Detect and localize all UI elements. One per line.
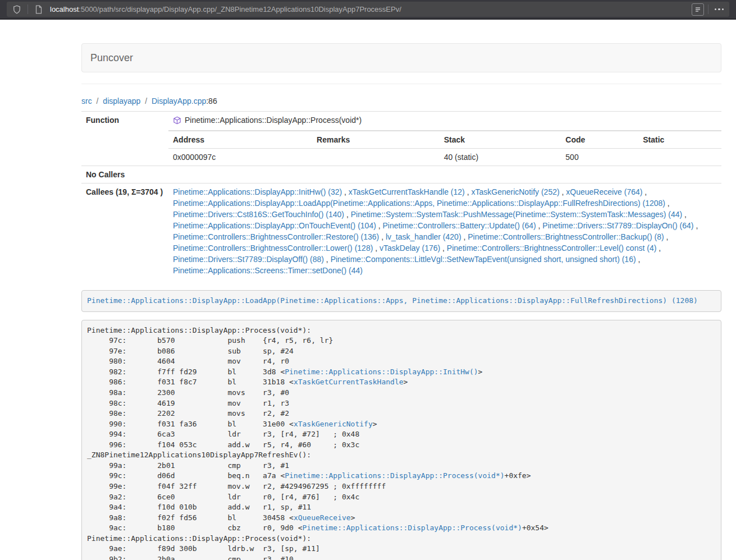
callee-link[interactable]: Pinetime::Components::LittleVgl::SetNewT…	[331, 255, 636, 264]
function-label: Function	[81, 112, 168, 166]
asm-text: 98a: 2300 movs r3, #0	[87, 388, 289, 397]
asm-text: 9b2: 2b0a cmp r3, #10	[87, 555, 294, 560]
asm-text: +0xfe>	[505, 471, 531, 480]
asm-text: _ZN8Pinetime12Applications10DisplayApp7R…	[87, 451, 311, 459]
callee-link[interactable]: Pinetime::Controllers::BrightnessControl…	[468, 232, 664, 241]
url-text[interactable]: localhost:5000/path/src/displayapp/Displ…	[50, 5, 692, 13]
col-header-stack: Stack	[440, 131, 561, 149]
asm-line: 9a4: f10d 010b add.w r1, sp, #11	[87, 502, 716, 513]
asm-line: 996: f104 053c add.w r5, r4, #60 ; 0x3c	[87, 440, 716, 451]
asm-text: 99e: f04f 32ff mov.w r2, #4294967295 ; 0…	[87, 482, 386, 490]
callee-link[interactable]: Pinetime::Applications::DisplayApp::Load…	[173, 199, 665, 208]
asm-symbol-link[interactable]: xTaskGetCurrentTaskHandle	[294, 378, 404, 386]
url-bar[interactable]: localhost:5000/path/src/displayapp/Displ…	[7, 2, 729, 17]
asm-line: 99c: d06d beq.n a7a <Pinetime::Applicati…	[87, 471, 716, 481]
asm-symbol-link[interactable]: xTaskGenericNotify	[294, 420, 373, 428]
asm-symbol-link[interactable]: Pinetime::Applications::DisplayApp::Proc…	[303, 524, 522, 532]
asm-line: 980: 4604 mov r4, r0	[87, 356, 716, 367]
callee-link[interactable]: Pinetime::Controllers::BrightnessControl…	[173, 232, 379, 241]
breadcrumb-link[interactable]: DisplayApp.cpp	[152, 97, 206, 105]
callee-link[interactable]: Pinetime::Applications::Screens::Timer::…	[173, 266, 363, 275]
function-name: Pinetime::Applications::DisplayApp::Proc…	[185, 116, 362, 125]
callee-link[interactable]: Pinetime::Applications::DisplayApp::OnTo…	[173, 221, 376, 230]
package-cube-icon	[173, 116, 181, 127]
reader-mode-icon[interactable]	[692, 3, 704, 16]
asm-symbol-link[interactable]: xQueueReceive	[294, 513, 351, 522]
stack-value: 40 (static)	[440, 149, 561, 166]
asm-line: 97e: b086 sub sp, #24	[87, 346, 716, 357]
col-header-code: Code	[561, 131, 638, 149]
callee-link[interactable]: vTaskDelay (176)	[380, 244, 440, 253]
col-header-static: Static	[638, 131, 721, 149]
asm-text: >	[373, 420, 377, 428]
stats-row: Address Remarks Stack Code Static 0x0000…	[81, 131, 721, 166]
no-callers-row: No Callers	[81, 166, 721, 183]
callees-row: Callees (19, Σ=3704 ) Pinetime::Applicat…	[81, 183, 721, 279]
breadcrumb-line-number: :86	[206, 97, 217, 105]
stats-values-row: 0x0000097c 40 (static) 500	[168, 149, 721, 166]
callee-link[interactable]: xQueueReceive (764)	[566, 187, 642, 196]
callee-separator: ,	[665, 199, 670, 208]
asm-line: 9b2: 2b0a cmp r3, #10	[87, 554, 716, 560]
brand-link[interactable]: Puncover	[90, 44, 133, 72]
callees-list: Pinetime::Applications::DisplayApp::Init…	[168, 183, 721, 279]
asm-line: 986: f031 f8c7 bl 31b18 <xTaskGetCurrent…	[87, 377, 716, 388]
urlbar-divider	[28, 4, 28, 14]
callee-separator: ,	[461, 232, 468, 241]
page-icon[interactable]	[32, 3, 45, 16]
asm-text: Pinetime::Applications::DisplayApp::Proc…	[87, 326, 311, 334]
asm-line: 99e: f04f 32ff mov.w r2, #4294967295 ; 0…	[87, 481, 716, 492]
asm-line: _ZN8Pinetime12Applications10DisplayApp7R…	[87, 450, 716, 461]
callee-separator: ,	[642, 187, 647, 196]
assembly-listing: Pinetime::Applications::DisplayApp::Proc…	[81, 320, 721, 560]
function-table: Function Pinetime::Applications::Display…	[81, 111, 721, 279]
callee-link[interactable]: xTaskGetCurrentTaskHandle (12)	[349, 187, 465, 196]
callee-separator: ,	[560, 187, 566, 196]
callee-link[interactable]: xTaskGenericNotify (252)	[471, 187, 559, 196]
overflow-menu-icon[interactable]	[712, 3, 726, 16]
asm-line: 9ae: f89d 300b ldrb.w r3, [sp, #11]	[87, 544, 716, 554]
tracking-protection-shield-icon[interactable]	[10, 3, 24, 16]
callee-link[interactable]: Pinetime::Drivers::St7789::DisplayOn() (…	[542, 221, 693, 230]
callee-link[interactable]: Pinetime::Drivers::St7789::DisplayOff() …	[173, 255, 324, 264]
callee-link[interactable]: Pinetime::System::SystemTask::PushMessag…	[351, 210, 683, 219]
asm-line: 98c: 4619 mov r1, r3	[87, 398, 716, 409]
breadcrumb: src / displayapp / DisplayApp.cpp:86	[81, 95, 721, 107]
callee-separator: ,	[376, 221, 383, 230]
callee-separator: ,	[324, 255, 331, 264]
callee-separator: ,	[373, 244, 380, 253]
stats-table: Address Remarks Stack Code Static 0x0000…	[168, 131, 721, 166]
callee-link[interactable]: Pinetime::Controllers::Battery::Update()…	[383, 221, 536, 230]
asm-symbol-link[interactable]: Pinetime::Applications::DisplayApp::Proc…	[285, 471, 504, 480]
breadcrumb-link[interactable]: src	[81, 97, 92, 105]
asm-text: 99c: d06d beq.n a7a <	[87, 471, 285, 480]
callee-link[interactable]: Pinetime::Controllers::BrightnessControl…	[173, 244, 373, 253]
url-host: localhost	[50, 5, 79, 13]
asm-line: 9ac: b180 cbz r0, 9d0 <Pinetime::Applica…	[87, 523, 716, 534]
function-row: Function Pinetime::Applications::Display…	[81, 112, 721, 131]
asm-text: >	[478, 368, 483, 376]
callee-link[interactable]: Pinetime::Drivers::Cst816S::GetTouchInfo…	[173, 210, 344, 219]
callee-link[interactable]: Pinetime::Controllers::BrightnessControl…	[447, 244, 656, 253]
asm-text: 98c: 4619 mov r1, r3	[87, 399, 289, 407]
callee-separator: ,	[656, 244, 661, 253]
asm-text: 98e: 2202 movs r2, #2	[87, 409, 289, 417]
asm-line: 994: 6ca3 ldr r3, [r4, #72] ; 0x48	[87, 429, 716, 440]
static-value	[638, 149, 721, 166]
selected-callee-box: Pinetime::Applications::DisplayApp::Load…	[81, 290, 721, 312]
callee-separator: ,	[379, 232, 386, 241]
breadcrumb-link[interactable]: displayapp	[103, 97, 140, 105]
asm-line: 990: f031 fa36 bl 31e00 <xTaskGenericNot…	[87, 419, 716, 430]
callee-link[interactable]: lv_task_handler (420)	[386, 232, 461, 241]
callee-separator: ,	[694, 221, 698, 230]
selected-callee-link[interactable]: Pinetime::Applications::DisplayApp::Load…	[87, 296, 698, 305]
callee-link[interactable]: Pinetime::Applications::DisplayApp::Init…	[173, 187, 342, 196]
asm-text: >	[404, 378, 408, 386]
urlbar-divider-right	[708, 4, 708, 14]
asm-text: 982: f7ff fd29 bl 3d8 <	[87, 368, 285, 376]
asm-text: 9ac: b180 cbz r0, 9d0 <	[87, 524, 303, 532]
asm-text: 990: f031 fa36 bl 31e00 <	[87, 420, 294, 428]
callee-separator: ,	[440, 244, 447, 253]
asm-symbol-link[interactable]: Pinetime::Applications::DisplayApp::Init…	[285, 368, 478, 376]
callee-separator: ,	[465, 187, 472, 196]
